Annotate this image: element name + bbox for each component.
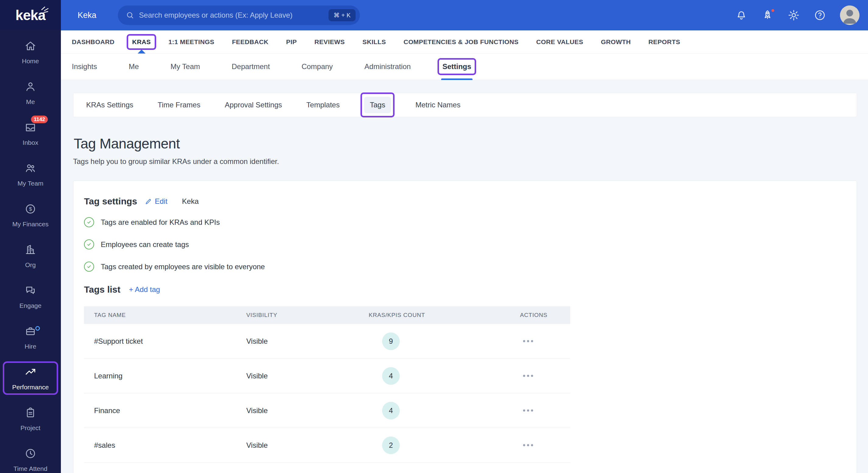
sidebar-item-label: Inbox	[23, 139, 38, 146]
nav-dashboard[interactable]: DASHBOARD	[72, 38, 115, 46]
clock-icon	[25, 448, 36, 461]
settings-tabs: KRAs Settings Time Frames Approval Setti…	[73, 93, 857, 117]
kras-secondary-nav: Insights Me My Team Department Company A…	[61, 54, 868, 80]
count-badge: 2	[382, 437, 400, 454]
checklist-item: Tags are enabled for KRAs and KPIs	[84, 217, 847, 227]
sidebar-item-label: Org	[25, 262, 36, 268]
table-header-row: TAG NAME VISIBILITY KRAS/KPIS COUNT ACTI…	[84, 306, 570, 324]
sidebar-item-performance[interactable]: Performance	[0, 358, 61, 399]
keka-logo[interactable]: keka	[0, 0, 61, 30]
column-header-tag-name: TAG NAME	[84, 312, 236, 318]
page-title: Tag Management	[74, 135, 857, 152]
tab-tags[interactable]: Tags	[364, 97, 391, 113]
nav-competencies[interactable]: COMPETENCIES & JOB FUNCTIONS	[404, 38, 519, 46]
check-icon	[84, 262, 94, 272]
table-row: #Support ticket Visible 9	[84, 324, 570, 359]
nav-core-values[interactable]: CORE VALUES	[536, 38, 583, 46]
notifications-bell-icon[interactable]	[735, 9, 747, 21]
tag-settings-scope: Keka	[182, 197, 199, 206]
edit-pencil-icon	[145, 198, 152, 205]
ellipsis-icon	[523, 409, 525, 411]
sidebar-item-inbox[interactable]: Inbox 1142	[0, 113, 61, 154]
nav-pip[interactable]: PIP	[286, 38, 297, 46]
check-icon	[84, 239, 94, 249]
nav-reports[interactable]: REPORTS	[649, 38, 680, 46]
add-tag-button[interactable]: + Add tag	[129, 285, 160, 294]
global-search[interactable]: ⌘ + K	[118, 5, 360, 25]
tab-approval-settings[interactable]: Approval Settings	[225, 101, 282, 109]
sidebar-item-time-attend[interactable]: Time Attend	[0, 439, 61, 473]
sidebar-item-my-team[interactable]: My Team	[0, 154, 61, 195]
row-actions-button[interactable]	[521, 441, 570, 449]
tag-settings-heading: Tag settings	[84, 196, 137, 207]
sidebar-item-me[interactable]: Me	[0, 72, 61, 113]
tags-list-heading: Tags list	[84, 284, 120, 295]
settings-gear-icon[interactable]	[787, 9, 800, 21]
sidebar-item-hire[interactable]: Hire	[0, 317, 61, 358]
inbox-count-badge: 1142	[31, 115, 48, 123]
tag-visibility: Visible	[236, 406, 359, 415]
column-header-actions: ACTIONS	[510, 312, 570, 318]
edit-tag-settings-button[interactable]: Edit	[145, 197, 167, 206]
ellipsis-icon	[523, 340, 525, 342]
hire-indicator-dot	[35, 326, 40, 331]
user-icon	[25, 81, 36, 94]
topbar-main: Keka ⌘ + K	[61, 0, 868, 30]
inbox-icon	[25, 122, 36, 134]
svg-text:$: $	[29, 206, 32, 212]
tag-settings-checklist: Tags are enabled for KRAs and KPIs Emplo…	[84, 217, 847, 272]
sidebar-item-label: Performance	[12, 384, 49, 390]
nav-kras[interactable]: KRAS	[132, 38, 151, 46]
nav-feedback[interactable]: FEEDBACK	[232, 38, 269, 46]
briefcase-icon	[25, 326, 36, 338]
page-subtitle: Tags help you to group similar KRAs unde…	[73, 157, 857, 166]
logo-spark-icon	[41, 5, 51, 14]
sidebar-item-label: Time Attend	[13, 465, 47, 472]
announcements-rocket-icon[interactable]	[762, 9, 774, 21]
sidebar-item-org[interactable]: Org	[0, 235, 61, 276]
subnav-settings[interactable]: Settings	[442, 54, 471, 80]
tag-visibility: Visible	[236, 337, 359, 345]
sidebar-item-label: Hire	[25, 343, 36, 349]
user-avatar[interactable]	[840, 5, 860, 25]
nav-skills[interactable]: SKILLS	[362, 38, 386, 46]
nav-growth[interactable]: GROWTH	[601, 38, 631, 46]
tab-time-frames[interactable]: Time Frames	[158, 101, 200, 109]
global-search-input[interactable]	[139, 11, 324, 20]
tab-metric-names[interactable]: Metric Names	[415, 101, 460, 109]
count-badge: 9	[382, 333, 400, 350]
row-actions-button[interactable]	[521, 406, 570, 415]
tag-name: #Support ticket	[84, 337, 236, 345]
chat-icon	[25, 285, 36, 298]
subnav-me[interactable]: Me	[129, 54, 139, 80]
topbar-icons	[735, 5, 860, 25]
tab-kras-settings[interactable]: KRAs Settings	[86, 101, 133, 109]
sidebar-item-project[interactable]: Project	[0, 399, 61, 439]
row-actions-button[interactable]	[521, 372, 570, 380]
subnav-administration[interactable]: Administration	[365, 54, 411, 80]
tag-name: #sales	[84, 441, 236, 449]
sidebar-item-home[interactable]: Home	[0, 32, 61, 72]
app-label: Keka	[78, 11, 96, 20]
count-badge: 4	[382, 367, 400, 385]
sidebar-item-my-finances[interactable]: $ My Finances	[0, 195, 61, 235]
subnav-company[interactable]: Company	[302, 54, 333, 80]
sidebar-item-label: My Team	[18, 180, 43, 187]
tag-name: Finance	[84, 406, 236, 415]
tab-templates[interactable]: Templates	[306, 101, 339, 109]
clipboard-icon	[25, 407, 36, 420]
row-actions-button[interactable]	[521, 337, 570, 345]
subnav-department[interactable]: Department	[232, 54, 270, 80]
tag-name: Learning	[84, 372, 236, 380]
tags-table: TAG NAME VISIBILITY KRAS/KPIS COUNT ACTI…	[84, 306, 570, 463]
performance-primary-nav: DASHBOARD KRAS 1:1 MEETINGS FEEDBACK PIP…	[61, 30, 868, 54]
help-icon[interactable]	[814, 9, 826, 21]
sidebar-item-engage[interactable]: Engage	[0, 276, 61, 317]
ellipsis-icon	[523, 375, 525, 377]
checklist-item: Tags created by employees are visible to…	[84, 262, 847, 272]
subnav-insights[interactable]: Insights	[72, 54, 97, 80]
topbar: keka Keka ⌘ + K	[0, 0, 868, 30]
nav-1-1-meetings[interactable]: 1:1 MEETINGS	[168, 38, 214, 46]
nav-reviews[interactable]: REVIEWS	[314, 38, 345, 46]
subnav-my-team[interactable]: My Team	[170, 54, 200, 80]
